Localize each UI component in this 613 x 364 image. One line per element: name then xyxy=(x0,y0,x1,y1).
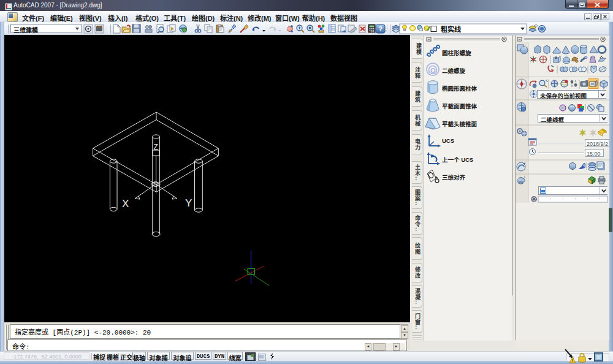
svg-text:Y: Y xyxy=(185,197,192,209)
svg-text:Z: Z xyxy=(154,143,158,151)
svg-text:!: ! xyxy=(572,358,574,363)
svg-text:粗实线: 粗实线 xyxy=(441,25,461,33)
svg-text:?: ? xyxy=(378,25,383,32)
svg-text:X: X xyxy=(122,198,129,210)
